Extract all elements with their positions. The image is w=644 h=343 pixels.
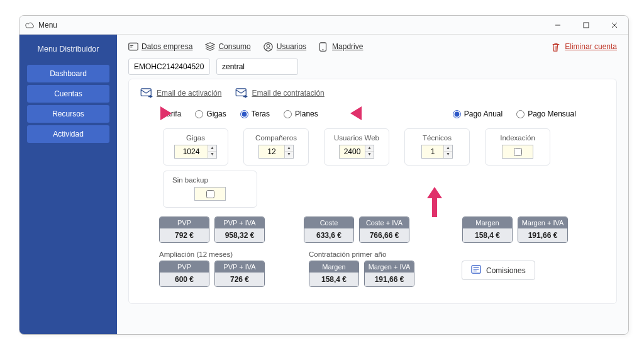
sidebar: Menu Distribuidor Dashboard Cuentas Recu… (19, 35, 117, 334)
spin-down[interactable]: ▼ (365, 152, 374, 158)
nav-label: Mapdrive (332, 42, 363, 51)
price-cont-margen-iva: Margen + IVA191,66 € (364, 261, 414, 287)
sin-backup-checkbox[interactable] (206, 190, 214, 198)
comisiones-button[interactable]: Comisiones (462, 261, 535, 280)
price-area: PVP792 € PVP + IVA958,32 € Coste633,6 € … (159, 216, 605, 287)
titlebar: Menu (19, 16, 628, 35)
app-window: Menu Menu Distribuidor Dashboard Cuentas… (19, 15, 629, 335)
account-name-input[interactable] (216, 59, 298, 75)
price-coste-iva: Coste + IVA766,66 € (359, 216, 409, 243)
spin-down[interactable]: ▼ (285, 152, 293, 158)
nav-datos-empresa[interactable]: Datos empresa (128, 42, 192, 51)
svg-rect-1 (584, 23, 589, 28)
spin-up[interactable]: ▲ (365, 145, 374, 152)
price-margen-iva: Margen + IVA191,66 € (518, 216, 568, 243)
tecnicos-input[interactable] (422, 146, 443, 157)
usuarios-web-stepper[interactable]: ▲▼ (339, 145, 374, 159)
cloud-icon (25, 21, 35, 29)
nav-label: Usuarios (277, 42, 306, 51)
link-label: Email de contratación (252, 89, 324, 98)
field-label: Sin backup (172, 176, 248, 184)
price-amp-pvp: PVP600 € (159, 261, 209, 287)
account-code-input[interactable] (128, 59, 210, 75)
price-coste: Coste633,6 € (304, 216, 354, 243)
svg-rect-4 (129, 43, 138, 50)
field-indexacion: Indexación (485, 128, 550, 166)
field-label: Usuarios Web (333, 134, 380, 142)
nav-label: Consumo (218, 42, 250, 51)
price-cont-margen: Margen158,4 € (309, 261, 359, 287)
nav-consumo[interactable]: Consumo (205, 42, 250, 51)
card-icon (128, 42, 138, 51)
sidebar-title: Menu Distribuidor (19, 40, 117, 62)
sidebar-item-dashboard[interactable]: Dashboard (27, 65, 109, 82)
maximize-button[interactable] (572, 16, 600, 35)
spin-up[interactable]: ▲ (444, 145, 452, 152)
field-label: Indexación (494, 134, 541, 142)
envelope-send-icon (140, 88, 153, 98)
tarifa-row: Tarifa Gigas Teras Planes Pago Anual Pag… (163, 110, 605, 118)
field-label: Gigas (172, 134, 219, 142)
svg-rect-12 (236, 89, 247, 96)
email-activacion-link[interactable]: Email de activación (140, 88, 221, 98)
comisiones-label: Comisiones (486, 266, 526, 275)
field-tecnicos: Técnicos ▲▼ (404, 128, 470, 166)
close-button[interactable] (600, 16, 628, 35)
sidebar-item-cuentas[interactable]: Cuentas (27, 85, 109, 103)
nav-mapdrive[interactable]: Mapdrive (319, 42, 363, 51)
radio-teras[interactable]: Teras (240, 110, 270, 118)
trash-icon (552, 42, 562, 51)
field-label: Técnicos (414, 134, 460, 142)
nav-label: Datos empresa (142, 42, 192, 51)
companeros-input[interactable] (259, 146, 284, 157)
field-label: Compañeros (253, 134, 299, 142)
fields-row: Gigas ▲▼ Compañeros ▲▼ (163, 128, 605, 166)
radio-gigas[interactable]: Gigas (195, 110, 226, 118)
field-sin-backup: Sin backup (163, 171, 257, 208)
price-pvp: PVP792 € (159, 216, 209, 243)
tarifa-label: Tarifa (163, 110, 181, 118)
indexacion-checkbox-wrap[interactable] (502, 145, 533, 159)
link-label: Email de activación (157, 89, 221, 98)
field-companeros: Compañeros ▲▼ (243, 128, 309, 166)
svg-point-8 (267, 44, 270, 47)
id-row (128, 59, 617, 75)
envelope-send-icon (235, 88, 248, 98)
gigas-input[interactable] (175, 146, 208, 157)
email-contratacion-link[interactable]: Email de contratación (235, 88, 324, 98)
radio-pago-anual[interactable]: Pago Anual (453, 110, 502, 118)
field-gigas: Gigas ▲▼ (163, 128, 228, 166)
field-usuarios-web: Usuarios Web ▲▼ (324, 128, 389, 166)
window-controls (543, 16, 628, 35)
price-amp-pvp-iva: PVP + IVA726 € (214, 261, 265, 287)
nav-label: Eliminar cuenta (565, 42, 617, 51)
price-margen: Margen158,4 € (462, 216, 513, 243)
spin-down[interactable]: ▼ (208, 152, 216, 158)
spin-up[interactable]: ▲ (208, 145, 216, 152)
indexacion-checkbox[interactable] (514, 148, 522, 156)
price-pvp-iva: PVP + IVA958,32 € (214, 216, 265, 243)
top-nav: Datos empresa Consumo Usuarios Mapdrive (128, 41, 617, 59)
spin-down[interactable]: ▼ (444, 152, 452, 158)
ampliacion-label: Ampliación (12 meses) (159, 250, 270, 258)
main-content: Datos empresa Consumo Usuarios Mapdrive (117, 35, 628, 334)
gigas-stepper[interactable]: ▲▼ (174, 145, 217, 159)
delete-account-link[interactable]: Eliminar cuenta (552, 42, 617, 51)
user-icon (264, 42, 274, 51)
companeros-stepper[interactable]: ▲▼ (258, 145, 294, 159)
nav-usuarios[interactable]: Usuarios (264, 42, 306, 51)
sidebar-item-actividad[interactable]: Actividad (27, 125, 109, 143)
svg-rect-11 (141, 89, 151, 96)
radio-planes[interactable]: Planes (284, 110, 318, 118)
svg-point-10 (323, 49, 324, 50)
radio-pago-mensual[interactable]: Pago Mensual (516, 110, 576, 118)
tecnicos-stepper[interactable]: ▲▼ (421, 145, 453, 159)
list-icon (471, 265, 481, 276)
spin-up[interactable]: ▲ (285, 145, 293, 152)
usuarios-web-input[interactable] (340, 146, 365, 157)
sidebar-item-recursos[interactable]: Recursos (27, 105, 109, 123)
window-title: Menu (38, 21, 57, 30)
sin-backup-checkbox-wrap[interactable] (194, 187, 226, 201)
device-icon (319, 42, 329, 51)
minimize-button[interactable] (543, 16, 572, 35)
